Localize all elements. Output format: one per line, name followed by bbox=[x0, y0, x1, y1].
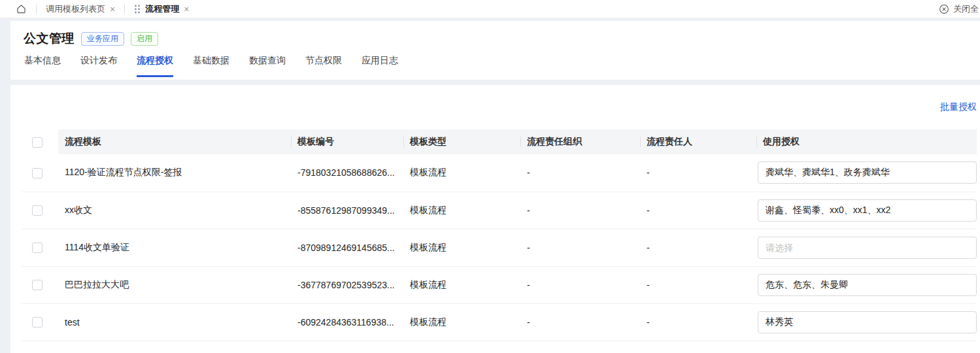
cell-owner-person: - bbox=[640, 229, 756, 266]
batch-authorize-link[interactable]: 批量授权 bbox=[940, 101, 977, 113]
col-template-code: 模板编号 bbox=[291, 129, 403, 154]
tab-node-permission[interactable]: 节点权限 bbox=[305, 55, 342, 77]
cell-template-code: -85587612987099349... bbox=[291, 192, 403, 229]
tab-base-data[interactable]: 基础数据 bbox=[193, 55, 229, 77]
col-owner-org: 流程责任组织 bbox=[520, 129, 640, 154]
topbar-separator bbox=[36, 5, 37, 14]
cell-template-type: 模板流程 bbox=[403, 192, 520, 229]
close-all-icon bbox=[939, 4, 949, 14]
topbar-separator bbox=[124, 5, 125, 14]
table-row: 1114收文单验证 -87098912469145685... 模板流程 - - bbox=[22, 229, 977, 266]
drag-dots-icon bbox=[134, 5, 141, 14]
page-title: 公文管理 bbox=[24, 30, 75, 47]
badge-business-app: 业务应用 bbox=[81, 32, 124, 46]
cell-usage-authorization bbox=[756, 154, 977, 192]
cell-owner-person: - bbox=[640, 266, 756, 303]
close-tab-icon[interactable]: × bbox=[110, 5, 115, 14]
usage-auth-input[interactable] bbox=[758, 237, 977, 259]
cell-owner-org: - bbox=[520, 154, 640, 192]
cell-template-name: xx收文 bbox=[58, 192, 291, 229]
page-tabs: 基本信息 设计发布 流程授权 基础数据 数据查询 节点权限 应用日志 bbox=[24, 55, 967, 77]
app-window: 调用模板列表页 × 流程管理 × 关闭全 bbox=[0, 0, 980, 353]
cell-template-code: -60924284363116938... bbox=[291, 303, 403, 341]
close-tab-icon[interactable]: × bbox=[184, 5, 189, 14]
select-all-header-cell bbox=[22, 129, 58, 154]
cell-template-code: -79180321058688626... bbox=[291, 154, 403, 192]
table-row: test -60924284363116938... 模板流程 - - bbox=[22, 303, 977, 341]
col-usage-authorization: 使用授权 bbox=[756, 129, 977, 154]
cell-template-name: 巴巴拉拉大大吧 bbox=[58, 266, 291, 303]
row-checkbox[interactable] bbox=[32, 280, 42, 290]
close-all-button[interactable]: 关闭全 bbox=[939, 3, 979, 15]
table-header-row: 流程模板 模板编号 模板类型 流程责任组织 流程责任人 使用授权 bbox=[22, 129, 977, 154]
home-icon[interactable] bbox=[16, 3, 27, 14]
topbar-tab-label: 调用模板列表页 bbox=[46, 3, 105, 15]
row-checkbox-cell bbox=[22, 266, 58, 303]
row-checkbox[interactable] bbox=[32, 168, 42, 178]
cell-usage-authorization bbox=[756, 303, 977, 341]
row-checkbox-cell bbox=[22, 303, 58, 341]
tab-basic-info[interactable]: 基本信息 bbox=[24, 55, 61, 77]
usage-auth-input[interactable] bbox=[758, 311, 977, 333]
topbar: 调用模板列表页 × 流程管理 × 关闭全 bbox=[0, 0, 980, 18]
badge-enabled: 启用 bbox=[131, 32, 158, 46]
process-template-table: 流程模板 模板编号 模板类型 流程责任组织 流程责任人 使用授权 1120-验证… bbox=[22, 129, 977, 341]
close-all-label: 关闭全 bbox=[953, 3, 979, 15]
cell-template-code: -87098912469145685... bbox=[291, 229, 403, 266]
cell-template-type: 模板流程 bbox=[403, 303, 520, 341]
tab-process-authorization[interactable]: 流程授权 bbox=[137, 55, 173, 77]
tab-app-log[interactable]: 应用日志 bbox=[362, 55, 398, 77]
row-checkbox-cell bbox=[22, 192, 58, 229]
topbar-tab-label: 流程管理 bbox=[145, 3, 179, 15]
col-owner-person: 流程责任人 bbox=[640, 129, 756, 154]
cell-owner-org: - bbox=[520, 303, 640, 341]
usage-auth-input[interactable] bbox=[758, 274, 977, 296]
cell-template-name: test bbox=[58, 303, 291, 341]
cell-template-code: -36778769702539523... bbox=[291, 266, 403, 303]
cell-owner-person: - bbox=[640, 303, 756, 341]
row-checkbox-cell bbox=[22, 154, 58, 192]
row-checkbox-cell bbox=[22, 229, 58, 266]
title-row: 公文管理 业务应用 启用 bbox=[24, 27, 967, 50]
cell-template-type: 模板流程 bbox=[403, 154, 520, 192]
table-row: xx收文 -85587612987099349... 模板流程 - - bbox=[22, 192, 977, 229]
panel-toolbar: 批量授权 bbox=[22, 85, 977, 129]
usage-auth-input[interactable] bbox=[758, 161, 977, 184]
cell-owner-person: - bbox=[640, 192, 756, 229]
cell-template-name: 1120-验证流程节点权限-签报 bbox=[58, 154, 291, 192]
usage-auth-input[interactable] bbox=[758, 199, 977, 222]
row-checkbox[interactable] bbox=[32, 205, 42, 216]
col-process-template: 流程模板 bbox=[58, 129, 291, 154]
authorization-panel: 批量授权 流程模板 模板编号 模板类型 流程责任组织 流程责任人 使用授权 bbox=[10, 85, 980, 353]
row-checkbox[interactable] bbox=[32, 243, 42, 253]
topbar-tab-process-management[interactable]: 流程管理 × bbox=[134, 3, 189, 15]
row-checkbox[interactable] bbox=[32, 317, 42, 328]
cell-usage-authorization bbox=[756, 192, 977, 229]
col-template-type: 模板类型 bbox=[403, 129, 520, 154]
cell-owner-person: - bbox=[640, 154, 756, 192]
table-body: 1120-验证流程节点权限-签报 -79180321058688626... 模… bbox=[22, 154, 977, 341]
cell-owner-org: - bbox=[520, 266, 640, 303]
cell-template-type: 模板流程 bbox=[403, 229, 520, 266]
cell-template-type: 模板流程 bbox=[403, 266, 520, 303]
tab-design-publish[interactable]: 设计发布 bbox=[80, 55, 117, 77]
table-row: 1120-验证流程节点权限-签报 -79180321058688626... 模… bbox=[22, 154, 977, 192]
cell-template-name: 1114收文单验证 bbox=[58, 229, 291, 266]
topbar-tab-template-list[interactable]: 调用模板列表页 × bbox=[46, 3, 115, 15]
cell-owner-org: - bbox=[520, 192, 640, 229]
cell-owner-org: - bbox=[520, 229, 640, 266]
page-header: 公文管理 业务应用 启用 基本信息 设计发布 流程授权 基础数据 数据查询 节点… bbox=[10, 21, 980, 80]
cell-usage-authorization bbox=[756, 229, 977, 266]
cell-usage-authorization bbox=[756, 266, 977, 303]
table-row: 巴巴拉拉大大吧 -36778769702539523... 模板流程 - - bbox=[22, 266, 977, 303]
select-all-checkbox[interactable] bbox=[32, 137, 42, 148]
tab-data-query[interactable]: 数据查询 bbox=[249, 55, 286, 77]
